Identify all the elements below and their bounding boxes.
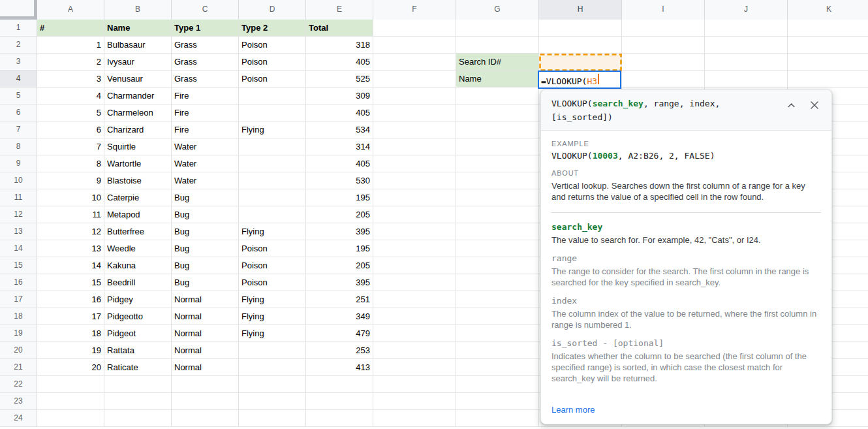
cell-A5[interactable]: 4 <box>37 87 104 104</box>
cell-A15[interactable]: 14 <box>37 257 104 274</box>
col-header-K[interactable]: K <box>788 0 868 20</box>
cell-G18[interactable] <box>456 308 539 325</box>
cell-F4[interactable] <box>373 71 456 87</box>
cell-C11[interactable]: Bug <box>172 189 239 206</box>
cell-E15[interactable]: 205 <box>306 257 373 274</box>
cell-D17[interactable]: Flying <box>239 291 306 308</box>
cell-D16[interactable]: Poison <box>239 274 306 291</box>
cell-J2[interactable] <box>705 37 788 54</box>
cell-B6[interactable]: Charmeleon <box>104 104 172 121</box>
cell-D3[interactable]: Poison <box>239 54 306 71</box>
cell-C17[interactable]: Normal <box>172 291 239 308</box>
row-header-9[interactable]: 9 <box>0 155 37 172</box>
cell-C8[interactable]: Water <box>172 138 239 155</box>
cell-E24[interactable] <box>306 410 373 427</box>
cell-D12[interactable] <box>239 206 306 223</box>
row-header-4[interactable]: 4 <box>0 71 37 87</box>
row-header-8[interactable]: 8 <box>0 138 37 155</box>
cell-D21[interactable] <box>239 359 306 376</box>
cell-C7[interactable]: Fire <box>172 121 239 138</box>
col-header-E[interactable]: E <box>306 0 373 20</box>
cell-A2[interactable]: 1 <box>37 37 104 54</box>
cell-G5[interactable] <box>456 87 539 104</box>
cell-D1[interactable]: Type 2 <box>239 20 306 37</box>
cell-F5[interactable] <box>373 87 456 104</box>
cell-A10[interactable]: 9 <box>37 172 104 189</box>
cell-A11[interactable]: 10 <box>37 189 104 206</box>
cell-E1[interactable]: Total <box>306 20 373 37</box>
cell-A6[interactable]: 5 <box>37 104 104 121</box>
cell-I2[interactable] <box>622 37 705 54</box>
cell-D11[interactable] <box>239 189 306 206</box>
cell-E7[interactable]: 534 <box>306 121 373 138</box>
col-header-J[interactable]: J <box>705 0 788 20</box>
select-all-corner[interactable] <box>0 0 37 20</box>
cell-E18[interactable]: 349 <box>306 308 373 325</box>
cell-C20[interactable]: Normal <box>172 342 239 359</box>
cell-F20[interactable] <box>373 342 456 359</box>
row-header-2[interactable]: 2 <box>0 37 37 54</box>
cell-H2[interactable] <box>539 37 622 54</box>
cell-C5[interactable]: Fire <box>172 87 239 104</box>
col-header-G[interactable]: G <box>456 0 539 20</box>
cell-G24[interactable] <box>456 410 539 427</box>
cell-G17[interactable] <box>456 291 539 308</box>
cell-A20[interactable]: 19 <box>37 342 104 359</box>
cell-E8[interactable]: 314 <box>306 138 373 155</box>
cell-F15[interactable] <box>373 257 456 274</box>
cell-G20[interactable] <box>456 342 539 359</box>
cell-D8[interactable] <box>239 138 306 155</box>
row-header-1[interactable]: 1 <box>0 20 37 37</box>
cell-G7[interactable] <box>456 121 539 138</box>
cell-F1[interactable] <box>373 20 456 37</box>
cell-C16[interactable]: Bug <box>172 274 239 291</box>
cell-G13[interactable] <box>456 223 539 240</box>
cell-A24[interactable] <box>37 410 104 427</box>
cell-D14[interactable]: Poison <box>239 240 306 257</box>
cell-B3[interactable]: Ivysaur <box>104 54 172 71</box>
row-header-14[interactable]: 14 <box>0 240 37 257</box>
cell-D9[interactable] <box>239 155 306 172</box>
cell-G10[interactable] <box>456 172 539 189</box>
cell-B21[interactable]: Raticate <box>104 359 172 376</box>
cell-D5[interactable] <box>239 87 306 104</box>
cell-F12[interactable] <box>373 206 456 223</box>
row-header-18[interactable]: 18 <box>0 308 37 325</box>
cell-K3[interactable] <box>788 54 868 71</box>
cell-C1[interactable]: Type 1 <box>172 20 239 37</box>
cell-D7[interactable]: Flying <box>239 121 306 138</box>
cell-K1[interactable] <box>788 20 868 37</box>
cell-A16[interactable]: 15 <box>37 274 104 291</box>
row-header-23[interactable]: 23 <box>0 393 37 410</box>
col-header-A[interactable]: A <box>37 0 104 20</box>
cell-G3[interactable]: Search ID# <box>456 54 539 71</box>
cell-K4[interactable] <box>788 71 868 87</box>
cell-J3[interactable] <box>705 54 788 71</box>
row-header-7[interactable]: 7 <box>0 121 37 138</box>
cell-C9[interactable]: Water <box>172 155 239 172</box>
cell-B7[interactable]: Charizard <box>104 121 172 138</box>
cell-C3[interactable]: Grass <box>172 54 239 71</box>
cell-E16[interactable]: 395 <box>306 274 373 291</box>
cell-B4[interactable]: Venusaur <box>104 71 172 87</box>
col-header-B[interactable]: B <box>104 0 172 20</box>
row-header-24[interactable]: 24 <box>0 410 37 427</box>
cell-B14[interactable]: Weedle <box>104 240 172 257</box>
cell-E2[interactable]: 318 <box>306 37 373 54</box>
cell-A14[interactable]: 13 <box>37 240 104 257</box>
cell-G6[interactable] <box>456 104 539 121</box>
close-icon[interactable] <box>808 99 821 112</box>
col-header-H[interactable]: H <box>539 0 622 20</box>
cell-F14[interactable] <box>373 240 456 257</box>
cell-E20[interactable]: 253 <box>306 342 373 359</box>
row-header-6[interactable]: 6 <box>0 104 37 121</box>
cell-E13[interactable]: 395 <box>306 223 373 240</box>
cell-B2[interactable]: Bulbasaur <box>104 37 172 54</box>
cell-G21[interactable] <box>456 359 539 376</box>
cell-B22[interactable] <box>104 376 172 393</box>
cell-A4[interactable]: 3 <box>37 71 104 87</box>
cell-C4[interactable]: Grass <box>172 71 239 87</box>
cell-C19[interactable]: Normal <box>172 325 239 342</box>
cell-F24[interactable] <box>373 410 456 427</box>
cell-C10[interactable]: Water <box>172 172 239 189</box>
